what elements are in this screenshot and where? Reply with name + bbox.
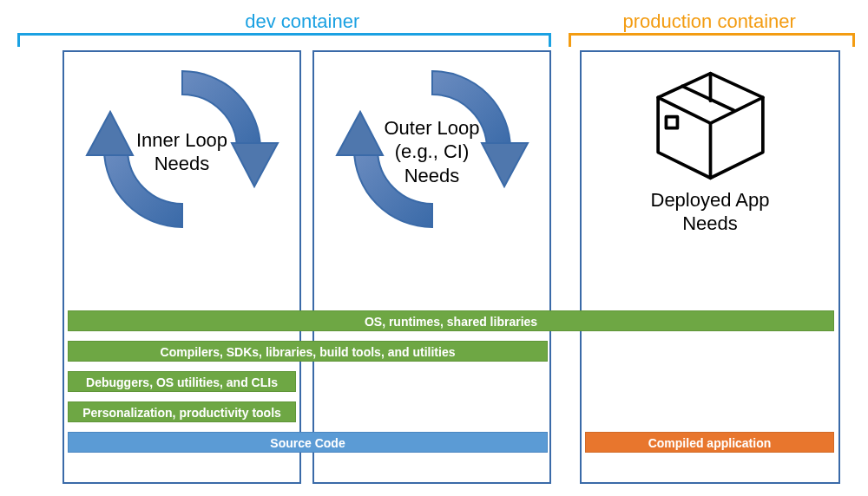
package-box-icon [648,69,773,181]
production-graphic: Deployed AppNeeds [582,52,838,251]
layer-os: OS, runtimes, shared libraries [68,310,834,331]
layer-personalization: Personalization, productivity tools [68,401,296,422]
inner-loop-graphic: Inner LoopNeeds [64,52,299,251]
production-column: Deployed AppNeeds [580,50,840,484]
columns-area: Inner LoopNeeds Outer Loop(e.g., CI)Need… [0,50,868,488]
container-diagram: dev container production container Inn [0,0,868,496]
layer-compilers: Compilers, SDKs, libraries, build tools,… [68,341,548,362]
layer-source-code: Source Code [68,432,548,453]
outer-loop-graphic: Outer Loop(e.g., CI)Needs [314,52,549,251]
layer-debuggers: Debuggers, OS utilities, and CLIs [68,371,296,392]
layer-compiled-app: Compiled application [585,432,834,453]
outer-loop-label: Outer Loop(e.g., CI)Needs [384,116,479,188]
prod-bracket [569,33,855,50]
dev-container-header: dev container [62,10,542,33]
dev-bracket [17,33,551,50]
outer-loop-column: Outer Loop(e.g., CI)Needs [312,50,551,484]
production-label: Deployed AppNeeds [651,188,770,236]
inner-loop-label: Inner LoopNeeds [136,128,227,176]
svg-rect-0 [666,116,677,127]
header-row: dev container production container [0,0,868,33]
production-container-header: production container [568,10,851,33]
